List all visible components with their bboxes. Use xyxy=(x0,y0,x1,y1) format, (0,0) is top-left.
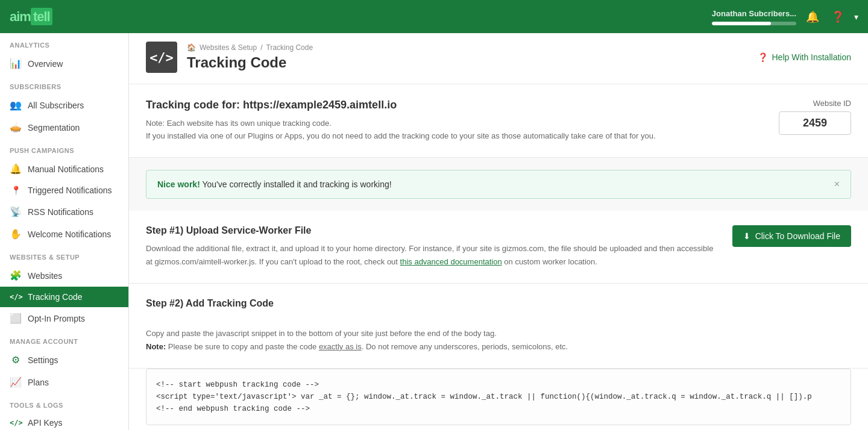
username-display: Jonathan Subcribers... xyxy=(712,8,796,20)
sidebar-item-label: All Subscribers xyxy=(28,101,84,110)
breadcrumb-title-group: 🏠 Websites & Setup / Tracking Code Track… xyxy=(187,43,313,71)
breadcrumb: 🏠 Websites & Setup / Tracking Code xyxy=(187,43,313,52)
code-bracket-icon: </> xyxy=(149,50,174,65)
push-campaigns-section-label: PUSH CAMPAIGNS xyxy=(0,139,128,158)
alert-close-button[interactable]: × xyxy=(834,179,840,190)
manage-section-label: MANAGE ACCOUNT xyxy=(0,329,128,349)
tracking-code-for-section: Tracking code for: https://example2459.a… xyxy=(129,84,868,158)
content-inner: </> 🏠 Websites & Setup / Tracking Code T… xyxy=(129,33,868,430)
step1-link[interactable]: this advanced documentation xyxy=(400,257,502,266)
step2-section: Step #2) Add Tracking Code Copy and past… xyxy=(129,284,868,369)
step1-desc1: Download the additional file, extract it… xyxy=(146,244,571,253)
home-icon: 🏠 xyxy=(187,43,196,52)
code-block[interactable]: <!-- start webpush tracking code --> <sc… xyxy=(146,369,851,425)
sidebar-item-label: Websites xyxy=(28,271,62,281)
gear-icon: ⚙ xyxy=(10,354,22,366)
rss-icon: 📡 xyxy=(10,206,22,217)
download-label: Click To Download File xyxy=(755,231,840,241)
step1-desc: Download the additional file, extract it… xyxy=(146,242,720,269)
download-file-button[interactable]: ⬇ Click To Download File xyxy=(732,225,851,247)
puzzle-icon: 🧩 xyxy=(10,270,22,281)
sidebar-item-manual-notifications[interactable]: 🔔 Manual Notifications xyxy=(0,158,128,180)
sidebar-item-tracking-code[interactable]: </> Tracking Code xyxy=(0,287,128,307)
sidebar-item-label: Segmentation xyxy=(28,123,80,132)
step2-desc: Copy and paste the javascript snippet in… xyxy=(146,327,568,354)
help-with-installation-link[interactable]: ❓ Help With Installation xyxy=(758,52,851,62)
spacer1 xyxy=(129,199,868,211)
note-line1: Note: Each website has its own unique tr… xyxy=(146,117,656,130)
step1-section: Step #1) Upload Service-Worker File Down… xyxy=(129,211,868,284)
username: Jonathan Subcribers... xyxy=(712,8,796,20)
breadcrumb-sep: / xyxy=(260,43,262,52)
progress-bar-fill xyxy=(712,22,771,25)
step2-desc3: . Do not remove any underscores, periods… xyxy=(362,342,568,351)
step2-title: Step #2) Add Tracking Code xyxy=(146,298,274,309)
triggered-icon: 📍 xyxy=(10,185,22,195)
page-header: </> 🏠 Websites & Setup / Tracking Code T… xyxy=(129,33,868,84)
step2-desc1: Copy and paste the javascript snippet in… xyxy=(146,327,568,340)
sidebar-item-label: Settings xyxy=(28,355,58,365)
sidebar-item-triggered-notifications[interactable]: 📍 Triggered Notifications xyxy=(0,180,128,201)
page-header-left: </> 🏠 Websites & Setup / Tracking Code T… xyxy=(146,42,313,73)
help-circle-icon[interactable]: ❓ xyxy=(829,8,847,26)
sidebar-item-settings[interactable]: ⚙ Settings xyxy=(0,349,128,371)
hand-icon: ✋ xyxy=(10,228,22,240)
step1-desc3: on custom worker location. xyxy=(504,257,597,266)
breadcrumb-websites[interactable]: Websites & Setup xyxy=(200,43,257,52)
sidebar-item-opt-in-prompts[interactable]: ⬜ Opt-In Prompts xyxy=(0,307,128,329)
sidebar-item-label: Plans xyxy=(28,378,49,387)
chart-icon: 📊 xyxy=(10,58,22,69)
code-icon: </> xyxy=(10,293,22,301)
sidebar-item-all-subscribers[interactable]: 👥 All Subscribers xyxy=(0,94,128,116)
sidebar-item-welcome-notifications[interactable]: ✋ Welcome Notifications xyxy=(0,223,128,245)
step2-desc2: Please be sure to copy and paste the cod… xyxy=(166,342,319,351)
top-navbar: aimtell Jonathan Subcribers... 🔔 ❓ ▾ xyxy=(0,0,868,33)
pie-icon: 🥧 xyxy=(10,122,22,133)
step2-exact: exactly as is xyxy=(319,342,362,351)
logo[interactable]: aimtell xyxy=(10,9,52,25)
tracking-header-row: Tracking code for: https://example2459.a… xyxy=(146,99,851,143)
chart-up-icon: 📈 xyxy=(10,376,22,388)
sidebar-item-label: Welcome Notifications xyxy=(28,229,111,239)
step2-note-label: Note: xyxy=(146,342,166,351)
sidebar-item-api-keys[interactable]: </> API Keys xyxy=(0,413,128,430)
user-dropdown-icon[interactable]: ▾ xyxy=(854,12,858,22)
sidebar-item-websites[interactable]: 🧩 Websites xyxy=(0,264,128,287)
alert-message: You've correctly installed it and tracki… xyxy=(200,179,392,189)
websites-section-label: WEBSITES & SETUP xyxy=(0,245,128,264)
step1-content: Step #1) Upload Service-Worker File Down… xyxy=(146,225,720,269)
sidebar-item-label: RSS Notifications xyxy=(28,207,93,217)
website-id-value: 2459 xyxy=(779,111,851,135)
step2-note: Note: Please be sure to copy and paste t… xyxy=(146,340,568,354)
sidebar-item-overview[interactable]: 📊 Overview xyxy=(0,52,128,75)
sidebar-item-label: Triggered Notifications xyxy=(28,185,112,195)
website-id-label: Website ID xyxy=(813,99,851,108)
note-line2: If you installed via one of our Plugins … xyxy=(146,130,656,143)
sidebar-item-label: Overview xyxy=(28,59,63,69)
breadcrumb-current: Tracking Code xyxy=(266,43,313,52)
main-layout: ANALYTICS 📊 Overview SUBSCRIBERS 👥 All S… xyxy=(0,33,868,430)
sidebar-item-plans[interactable]: 📈 Plans xyxy=(0,371,128,393)
api-icon: </> xyxy=(10,419,22,427)
success-alert: Nice work! You've correctly installed it… xyxy=(146,170,851,199)
download-icon: ⬇ xyxy=(743,231,750,241)
progress-bar-container xyxy=(712,22,796,25)
tracking-for-title: Tracking code for: https://example2459.a… xyxy=(146,99,656,111)
topnav-right: Jonathan Subcribers... 🔔 ❓ ▾ xyxy=(712,0,858,33)
step1-title: Step #1) Upload Service-Worker File xyxy=(146,225,720,236)
bell-icon[interactable]: 🔔 xyxy=(804,8,822,26)
tracking-for-label: Tracking code for: https://example2459.a… xyxy=(146,99,397,111)
sidebar-item-label: Manual Notifications xyxy=(28,164,104,174)
page-icon-box: </> xyxy=(146,42,177,73)
sidebar: ANALYTICS 📊 Overview SUBSCRIBERS 👥 All S… xyxy=(0,33,129,430)
main-content: </> 🏠 Websites & Setup / Tracking Code T… xyxy=(129,33,868,430)
question-circle-icon: ❓ xyxy=(758,52,768,62)
sidebar-item-rss-notifications[interactable]: 📡 RSS Notifications xyxy=(0,201,128,223)
website-id-container: Website ID 2459 xyxy=(779,99,851,135)
users-icon: 👥 xyxy=(10,99,22,111)
user-info-block: Jonathan Subcribers... xyxy=(712,8,796,26)
prompt-icon: ⬜ xyxy=(10,313,22,324)
sidebar-item-segmentation[interactable]: 🥧 Segmentation xyxy=(0,116,128,139)
nice-work-label: Nice work! xyxy=(157,179,200,189)
analytics-section-label: ANALYTICS xyxy=(0,33,128,52)
